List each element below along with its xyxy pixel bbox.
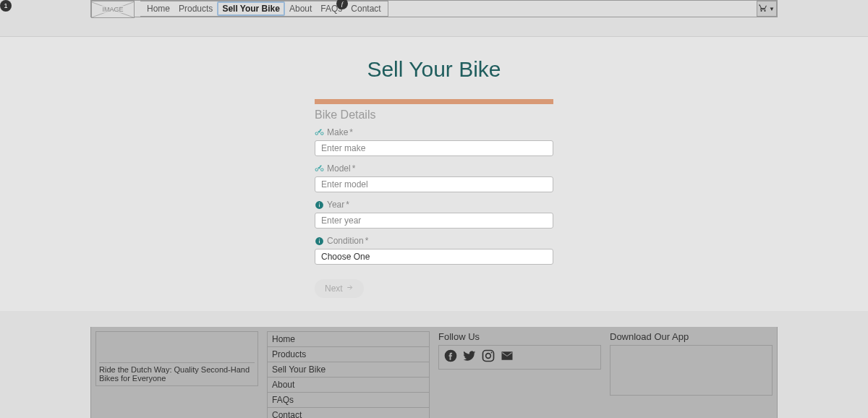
make-label: Make [327, 127, 348, 137]
notification-badge: 1 [0, 0, 12, 12]
next-button[interactable]: Next [315, 279, 364, 298]
footer-nav: Home Products Sell Your Bike About FAQs … [267, 331, 430, 418]
footer-nav-faqs[interactable]: FAQs [268, 393, 429, 408]
app-download-box[interactable] [610, 345, 773, 396]
sell-bike-form: Bike Details Make * Model * [315, 99, 553, 298]
required-mark: * [365, 236, 369, 246]
next-label: Next [325, 283, 343, 294]
model-input[interactable] [315, 176, 553, 192]
cart-button[interactable]: ▼ [757, 1, 777, 17]
instagram-icon[interactable] [481, 349, 495, 366]
tagline: Ride the Dutch Way: Quality Second-Hand … [99, 362, 255, 383]
required-mark: * [346, 200, 349, 210]
nav-contact[interactable]: Contact [346, 1, 385, 16]
info-icon [315, 236, 324, 246]
progress-bar [315, 99, 553, 104]
svg-point-8 [491, 351, 493, 353]
social-row [438, 345, 601, 370]
footer-nav-home[interactable]: Home [268, 332, 429, 347]
info-icon [315, 200, 324, 210]
download-title: Download Our App [610, 331, 773, 342]
footer: Ride the Dutch Way: Quality Second-Hand … [90, 327, 778, 418]
nav-products[interactable]: Products [174, 1, 217, 16]
condition-label: Condition [327, 236, 364, 246]
footer-nav-products[interactable]: Products [268, 347, 429, 362]
svg-point-7 [486, 354, 491, 359]
year-label: Year [327, 200, 344, 210]
required-mark: * [352, 163, 356, 174]
section-title: Bike Details [315, 108, 553, 121]
make-input[interactable] [315, 140, 553, 156]
bicycle-icon [315, 128, 324, 137]
field-model: Model * [315, 163, 553, 192]
arrow-right-icon [346, 283, 354, 294]
svg-rect-2 [319, 202, 320, 203]
facebook-icon[interactable] [443, 349, 458, 366]
footer-nav-sell[interactable]: Sell Your Bike [268, 362, 429, 378]
required-mark: * [349, 127, 353, 137]
footer-nav-contact[interactable]: Contact [268, 408, 429, 418]
nav-sell-your-bike[interactable]: Sell Your Bike [217, 1, 285, 16]
page-title: Sell Your Bike [159, 57, 709, 82]
main-nav: Home Products Sell Your Bike About FAQs … [140, 1, 388, 17]
bicycle-icon [315, 164, 324, 174]
follow-title: Follow Us [438, 331, 601, 342]
logo[interactable]: IMAGE [91, 1, 135, 18]
condition-select[interactable]: Choose One [315, 249, 553, 265]
year-input[interactable] [315, 213, 553, 229]
svg-rect-5 [319, 239, 320, 239]
cart-icon [759, 4, 767, 14]
svg-rect-1 [319, 204, 320, 207]
main-content: Sell Your Bike Bike Details Make * [0, 37, 868, 311]
footer-nav-about[interactable]: About [268, 378, 429, 393]
svg-rect-4 [319, 240, 320, 243]
field-year: Year * [315, 200, 553, 229]
logo-text: IMAGE [101, 6, 124, 13]
model-label: Model [327, 163, 351, 174]
field-condition: Condition * Choose One [315, 236, 553, 265]
tagline-box: Ride the Dutch Way: Quality Second-Hand … [95, 331, 258, 386]
field-make: Make * [315, 127, 553, 156]
twitter-icon[interactable] [462, 349, 477, 366]
mail-icon[interactable] [500, 349, 514, 366]
header: IMAGE Home Products Sell Your Bike About… [90, 0, 778, 17]
nav-about[interactable]: About [285, 1, 316, 16]
nav-home[interactable]: Home [142, 1, 174, 16]
